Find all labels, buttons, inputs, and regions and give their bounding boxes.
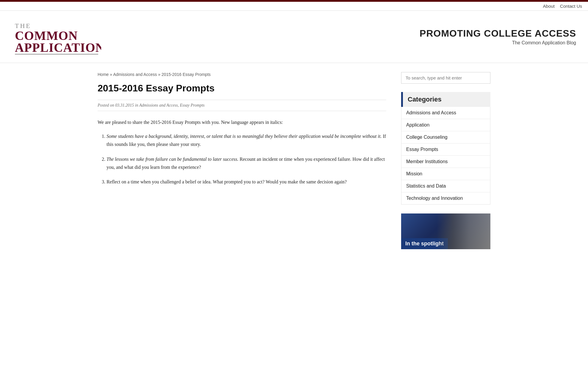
categories-title: Categories xyxy=(401,92,490,107)
article-meta: Posted on 03.31.2015 in Admissions and A… xyxy=(98,100,386,111)
category-statistics: Statistics and Data xyxy=(401,180,490,192)
categories-widget: Categories Admissions and Access Applica… xyxy=(401,92,490,205)
main-content: Home » Admissions and Access » 2015-2016… xyxy=(98,72,386,249)
site-header: THE COMMON APPLICATION PROMOTING COLLEGE… xyxy=(0,11,588,63)
article-prompts-list: Some students have a background, identit… xyxy=(98,132,386,186)
prompt-item-1: Some students have a background, identit… xyxy=(107,132,386,148)
about-link[interactable]: About xyxy=(543,4,555,9)
category-member-institutions: Member Institutions xyxy=(401,156,490,168)
category-application: Application xyxy=(401,119,490,131)
logo[interactable]: THE COMMON APPLICATION xyxy=(12,17,101,57)
category-list: Admissions and Access Application Colleg… xyxy=(401,107,490,205)
spotlight-figures-bg xyxy=(437,213,490,249)
category-essay-prompts: Essay Prompts xyxy=(401,144,490,156)
prompt-item-3: Reflect on a time when you challenged a … xyxy=(107,178,386,186)
meta-admissions-link[interactable]: Admissions and Access xyxy=(139,103,178,107)
article: 2015-2016 Essay Prompts Posted on 03.31.… xyxy=(98,83,386,186)
breadcrumb: Home » Admissions and Access » 2015-2016… xyxy=(98,72,386,77)
svg-text:APPLICATION: APPLICATION xyxy=(15,41,101,54)
category-admissions: Admissions and Access xyxy=(401,107,490,119)
article-intro: We are pleased to share the 2015-2016 Es… xyxy=(98,118,386,126)
svg-text:THE: THE xyxy=(15,22,31,29)
breadcrumb-admissions[interactable]: Admissions and Access xyxy=(113,72,157,77)
category-college-counseling: College Counseling xyxy=(401,131,490,144)
prompt-item-2: The lessons we take from failure can be … xyxy=(107,155,386,171)
blog-subtitle: The Common Application Blog xyxy=(420,40,576,46)
search-input[interactable] xyxy=(401,72,490,84)
breadcrumb-current: 2015-2016 Essay Prompts xyxy=(162,72,211,77)
top-navigation: About Contact Us xyxy=(0,2,588,11)
category-technology: Technology and Innovation xyxy=(401,192,490,204)
sidebar: Categories Admissions and Access Applica… xyxy=(401,72,490,249)
article-title: 2015-2016 Essay Prompts xyxy=(98,83,386,94)
spotlight-image[interactable]: In the spotlight xyxy=(401,213,490,249)
contact-link[interactable]: Contact Us xyxy=(560,4,582,9)
blog-title-area: PROMOTING COLLEGE ACCESS The Common Appl… xyxy=(420,28,576,46)
breadcrumb-home[interactable]: Home xyxy=(98,72,109,77)
meta-essay-link[interactable]: Essay Prompts xyxy=(180,103,204,107)
category-mission: Mission xyxy=(401,168,490,180)
blog-title: PROMOTING COLLEGE ACCESS xyxy=(420,28,576,39)
